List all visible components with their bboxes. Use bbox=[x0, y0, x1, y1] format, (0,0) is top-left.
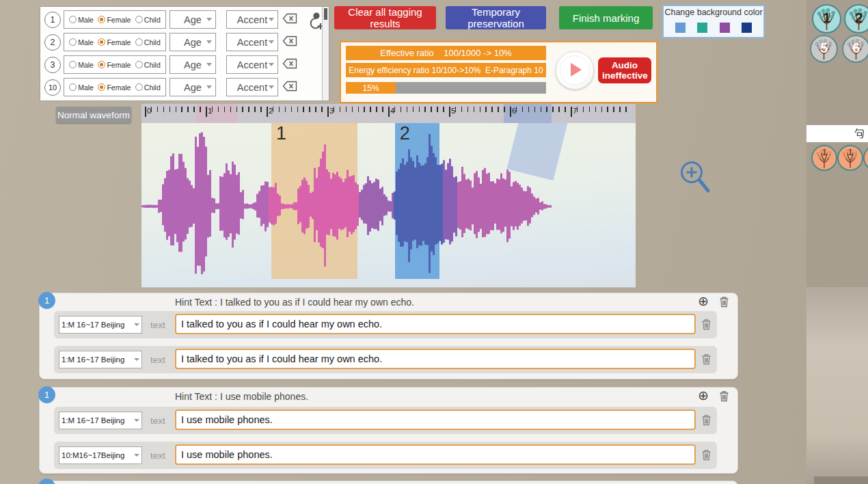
ruler-minor-tick bbox=[212, 107, 213, 112]
radio-child-dot[interactable] bbox=[135, 16, 143, 23]
timeline-ruler: 01234567 bbox=[141, 104, 636, 123]
ruler-minor-tick bbox=[583, 107, 584, 112]
accent-dropdown[interactable]: Accent bbox=[226, 33, 278, 51]
ruler-minor-tick bbox=[498, 107, 499, 112]
radio-female[interactable]: Female bbox=[98, 83, 131, 92]
ruler-minor-tick bbox=[364, 107, 365, 112]
paragraph-badge-6[interactable]: 6 bbox=[842, 35, 868, 63]
radio-female-dot[interactable] bbox=[98, 83, 105, 91]
accent-dropdown[interactable]: Accent bbox=[226, 55, 278, 74]
delete-row-icon[interactable] bbox=[701, 414, 711, 429]
speaker-row-1: 1 Male Female Child Age Accent bbox=[40, 10, 329, 29]
waveform-display[interactable]: 12 bbox=[141, 123, 636, 288]
age-dropdown[interactable]: Age bbox=[169, 33, 216, 51]
temporary-preservation-button[interactable]: Temporary preservation bbox=[446, 6, 546, 29]
ruler-minor-tick bbox=[474, 107, 475, 112]
ruler-minor-tick bbox=[407, 107, 408, 112]
paragraph-badge-1[interactable]: 1 bbox=[812, 4, 841, 33]
radio-female[interactable]: Female bbox=[98, 16, 131, 24]
paragraph-badge-2[interactable]: 2 bbox=[844, 4, 868, 33]
delete-row-icon[interactable] bbox=[701, 353, 711, 368]
audio-ineffective-button[interactable]: Audioineffective bbox=[598, 57, 651, 83]
scrollbar-thumb[interactable] bbox=[324, 8, 327, 20]
delete-block-icon[interactable] bbox=[719, 296, 729, 310]
transcript-input[interactable] bbox=[175, 349, 696, 369]
add-row-icon[interactable]: ⊕ bbox=[698, 294, 709, 309]
sentence-badge-1a[interactable]: 1 bbox=[811, 145, 837, 171]
add-row-icon[interactable]: ⊕ bbox=[698, 388, 709, 403]
bg-color-swatch-0[interactable] bbox=[675, 23, 686, 33]
backspace-icon[interactable] bbox=[282, 36, 297, 46]
radio-child-dot[interactable] bbox=[135, 38, 143, 46]
radio-female-dot[interactable] bbox=[98, 38, 105, 46]
paragraph-badge-5[interactable]: 5 bbox=[810, 35, 838, 63]
radio-child[interactable]: Child bbox=[135, 61, 161, 69]
delete-row-icon[interactable] bbox=[701, 449, 711, 463]
clear-all-tagging-button[interactable]: Clear all tagging results bbox=[334, 6, 436, 29]
radio-male[interactable]: Male bbox=[69, 16, 94, 24]
sentence-badge-1c[interactable]: 1 bbox=[863, 145, 868, 171]
radio-male[interactable]: Male bbox=[69, 83, 94, 92]
play-icon bbox=[571, 63, 582, 77]
backspace-icon[interactable] bbox=[282, 58, 297, 69]
transcript-input[interactable] bbox=[175, 314, 696, 334]
ruler-major-tick bbox=[571, 107, 572, 117]
backspace-icon[interactable] bbox=[282, 81, 297, 92]
ruler-minor-tick bbox=[254, 107, 256, 112]
accent-dropdown[interactable]: Accent bbox=[226, 10, 278, 29]
ruler-minor-tick bbox=[279, 107, 280, 112]
energy-efficiency-bar: Energy efficiency ratio 10/100->10% E-Pa… bbox=[346, 63, 546, 77]
speaker-row-10: 10 Male Female Child Age Accent bbox=[40, 78, 329, 96]
radio-female-dot[interactable] bbox=[98, 61, 105, 68]
radio-female-dot[interactable] bbox=[98, 16, 105, 23]
bg-color-swatch-1[interactable] bbox=[697, 23, 707, 33]
zoom-in-icon[interactable] bbox=[678, 159, 714, 198]
progress-fill: 15% bbox=[346, 82, 396, 94]
speaker-select[interactable]: 1:M 16~17 Beijing bbox=[59, 351, 142, 368]
transcript-input[interactable] bbox=[175, 409, 696, 430]
speaker-panel-scrollbar[interactable] bbox=[322, 7, 329, 100]
bg-color-swatch-2[interactable] bbox=[720, 23, 730, 33]
radio-child[interactable]: Child bbox=[135, 38, 161, 46]
backspace-icon[interactable] bbox=[282, 13, 297, 24]
ruler-minor-tick bbox=[309, 107, 310, 112]
sentence-badge-1b[interactable]: 1 bbox=[837, 145, 863, 171]
ruler-minor-tick bbox=[541, 107, 542, 112]
radio-female[interactable]: Female bbox=[98, 38, 131, 46]
radio-female[interactable]: Female bbox=[98, 61, 131, 69]
change-background-color-panel: Change background color bbox=[662, 5, 765, 38]
sentence-tab-band[interactable] bbox=[806, 125, 868, 142]
delete-block-icon[interactable] bbox=[719, 390, 729, 405]
ruler-minor-tick bbox=[297, 107, 299, 112]
ruler-minor-tick bbox=[163, 107, 165, 112]
age-dropdown[interactable]: Age bbox=[169, 10, 216, 29]
transcript-input[interactable] bbox=[175, 444, 696, 465]
radio-male[interactable]: Male bbox=[69, 61, 94, 69]
delete-row-icon[interactable] bbox=[701, 319, 711, 333]
ruler-minor-tick bbox=[625, 107, 627, 112]
speaker-select[interactable]: 10:M16~17Beijing bbox=[59, 446, 142, 464]
speaker-select[interactable]: 1:M 16~17 Beijing bbox=[59, 316, 142, 334]
radio-male-dot[interactable] bbox=[69, 16, 77, 23]
gender-radio-group: Male Female Child bbox=[64, 10, 166, 29]
radio-child-dot[interactable] bbox=[135, 61, 143, 68]
radio-child[interactable]: Child bbox=[135, 16, 161, 24]
age-dropdown[interactable]: Age bbox=[169, 55, 216, 74]
radio-male-dot[interactable] bbox=[69, 83, 77, 91]
radio-child[interactable]: Child bbox=[135, 83, 161, 92]
effective-ratio-bar: Effective ratio 100/1000 -> 10% bbox=[346, 46, 546, 60]
radio-child-dot[interactable] bbox=[135, 83, 143, 91]
speaker-number-badge: 3 bbox=[44, 57, 61, 73]
speaker-select[interactable]: 1:M 16~17 Beijing bbox=[59, 412, 142, 429]
gender-radio-group: Male Female Child bbox=[64, 33, 166, 51]
radio-male[interactable]: Male bbox=[69, 38, 94, 46]
age-dropdown[interactable]: Age bbox=[169, 78, 216, 96]
radio-male-dot[interactable] bbox=[69, 61, 77, 68]
finish-marking-button[interactable]: Finish marking bbox=[559, 6, 653, 29]
radio-male-dot[interactable] bbox=[69, 38, 77, 46]
radio-male-label: Male bbox=[78, 38, 94, 46]
bg-color-swatch-3[interactable] bbox=[742, 23, 752, 33]
region-label: 1 bbox=[271, 123, 286, 144]
accent-dropdown[interactable]: Accent bbox=[226, 78, 278, 96]
play-button[interactable] bbox=[556, 51, 594, 90]
